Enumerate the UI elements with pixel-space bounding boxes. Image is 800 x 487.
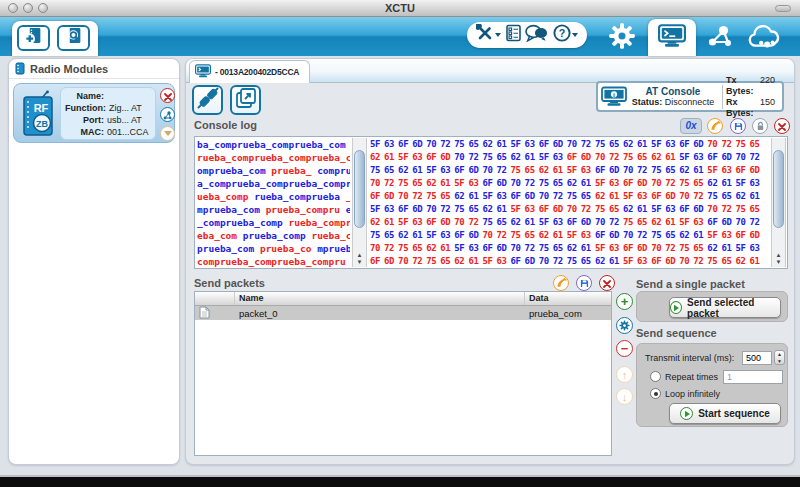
console-tabs-row: - 0013A200402D5CCA xyxy=(186,59,794,83)
main-toolbar: ? xyxy=(0,17,800,56)
console-log-line: rueba_comprueba_comprueba_c xyxy=(197,151,350,164)
gear-icon xyxy=(608,22,636,54)
terminal-small-icon xyxy=(195,64,211,80)
lock-scroll-button[interactable] xyxy=(752,118,768,134)
module-network-button[interactable] xyxy=(160,107,175,122)
status-box-center: AT Console Status: Disconnecte xyxy=(627,86,719,108)
close-icon xyxy=(778,117,786,135)
cloud-icon xyxy=(746,25,784,55)
remove-module-button[interactable] xyxy=(160,88,175,103)
save-icon xyxy=(734,117,743,135)
at-console-status-box: i AT Console Status: Disconnecte Tx Byte… xyxy=(596,81,784,112)
console-log-box: ba_comprueba_comprueba_com p rueba_compr… xyxy=(194,136,788,269)
status-box-divider xyxy=(722,85,723,109)
play-icon xyxy=(680,407,693,420)
rx-bytes: Rx Bytes:150 xyxy=(726,97,779,119)
broom-icon xyxy=(556,274,567,292)
load-packets-button[interactable] xyxy=(553,275,569,291)
module-info-box: Name: Function:Zig... AT Port:usb... AT … xyxy=(60,87,156,140)
repeat-times-input[interactable] xyxy=(723,370,783,384)
interval-stepper[interactable]: ▲▼ xyxy=(774,350,785,365)
plug-icon xyxy=(196,86,220,114)
profile-editor-button[interactable] xyxy=(506,24,521,46)
radio-module-card[interactable]: RF ZB Name: Function:Zig... AT Port:usb.… xyxy=(13,83,175,143)
toolbar-toggle-lozenge[interactable] xyxy=(775,5,791,12)
repeat-times-label: Repeat times xyxy=(665,372,718,382)
network-mode-button[interactable] xyxy=(704,24,735,54)
module-chip-icon xyxy=(15,62,25,75)
module-expand-button[interactable] xyxy=(160,126,175,141)
console-hex[interactable]: 5F 63 6F 6D 70 72 75 65 62 61 5F 63 6F 6… xyxy=(370,138,765,267)
connection-status: Status: Disconnecte xyxy=(627,97,719,108)
tools-caret-icon xyxy=(495,33,501,37)
console-log-line: ba_comprueba_comprueba_com p xyxy=(197,138,350,151)
tools-menu-button[interactable] xyxy=(476,24,501,46)
packet-row[interactable]: packet_0prueba_com xyxy=(195,306,611,320)
clear-log-button[interactable] xyxy=(707,118,723,134)
radio-modules-title: Radio Modules xyxy=(30,63,108,75)
close-icon xyxy=(164,87,172,105)
radio-modules-header: Radio Modules xyxy=(9,59,179,79)
ascii-scrollbar-arrows[interactable]: ▲▼ xyxy=(353,252,366,266)
packets-table-header: Name Data xyxy=(195,292,611,306)
help-menu-button[interactable]: ? xyxy=(553,24,578,46)
play-icon xyxy=(670,301,682,314)
console-log-line: 5F 63 6F 6D 70 72 75 65 62 61 5F 63 6F 6… xyxy=(370,138,765,151)
loop-infinitely-radio[interactable] xyxy=(650,388,661,399)
hex-view-toggle[interactable]: 0x xyxy=(680,118,702,134)
send-sequence-box: Transmit interval (ms): ▲▼ Repeat times … xyxy=(636,343,788,427)
console-ascii[interactable]: ba_comprueba_comprueba_com p rueba_compr… xyxy=(197,138,350,267)
hex-scrollbar-thumb[interactable] xyxy=(773,150,784,228)
network-small-icon xyxy=(163,106,172,124)
configuration-mode-button[interactable] xyxy=(608,22,636,54)
console-mode-tab[interactable] xyxy=(648,19,696,56)
repeat-times-radio[interactable] xyxy=(650,371,661,382)
console-log-line: _comprueba_comp rueba_compru xyxy=(197,216,350,229)
console-log-line: eba_com prueba_comp rueba_com xyxy=(197,229,350,242)
send-selected-packet-button[interactable]: Send selected packet xyxy=(669,297,781,318)
gear-small-icon xyxy=(619,317,630,335)
detach-view-button[interactable] xyxy=(230,85,261,115)
ascii-scrollbar-thumb[interactable] xyxy=(354,150,365,228)
remove-packet-button[interactable]: − xyxy=(616,340,633,357)
move-packet-down-button[interactable]: ↓ xyxy=(616,388,633,405)
close-icon xyxy=(603,274,611,292)
connect-button[interactable] xyxy=(192,85,223,115)
add-radio-module-button[interactable] xyxy=(17,25,50,51)
edit-packet-button[interactable] xyxy=(616,317,633,334)
save-log-button[interactable] xyxy=(730,118,746,134)
hex-scrollbar[interactable]: ▲▼ xyxy=(771,138,786,267)
add-packet-button[interactable]: + xyxy=(616,293,633,310)
console-log-line: mprueba_com prueba_compru eba xyxy=(197,203,350,216)
save-packets-button[interactable] xyxy=(576,275,592,291)
console-tab-title: - 0013A200402D5CCA xyxy=(215,67,299,77)
console-type-title: AT Console xyxy=(627,86,719,97)
hex-scrollbar-arrows[interactable]: ▲▼ xyxy=(772,252,785,266)
transmit-interval-input[interactable] xyxy=(742,351,772,365)
window-title: XCTU xyxy=(0,2,800,14)
console-log-title: Console log xyxy=(194,119,257,131)
svg-text:?: ? xyxy=(559,27,565,39)
send-packets-title: Send packets xyxy=(194,277,265,289)
module-field-port: Port:usb... AT xyxy=(65,114,151,126)
packet-doc-icon xyxy=(195,306,235,321)
console-device-tab[interactable]: - 0013A200402D5CCA xyxy=(189,60,310,83)
start-sequence-button[interactable]: Start sequence xyxy=(669,403,781,424)
close-log-button[interactable] xyxy=(774,118,790,134)
console-log-line: 62 61 5F 63 6F 6D 70 72 75 65 62 61 5F 6… xyxy=(370,151,765,164)
console-log-line: ueba_comp rueba_comprueba _co xyxy=(197,190,350,203)
status-box-counters: Tx Bytes:220 Rx Bytes:150 xyxy=(726,75,779,119)
ascii-scrollbar[interactable]: ▲▼ xyxy=(352,138,367,267)
radio-modules-panel: Radio Modules RF ZB Name: F xyxy=(8,58,180,465)
cloud-mode-button[interactable] xyxy=(746,25,784,55)
discover-radio-modules-button[interactable] xyxy=(57,25,90,51)
feedback-button[interactable] xyxy=(525,24,548,46)
move-packet-up-button[interactable]: ↑ xyxy=(616,366,633,383)
clear-packets-button[interactable] xyxy=(599,275,615,291)
console-log-line: 5F 63 6F 6D 70 72 75 65 62 61 5F 63 6F 6… xyxy=(370,203,765,216)
save-icon xyxy=(580,274,589,292)
rf-zb-module-icon: RF ZB xyxy=(19,90,57,142)
search-module-icon xyxy=(63,27,85,49)
svg-text:RF: RF xyxy=(34,102,49,114)
module-field-name: Name: xyxy=(65,90,151,102)
